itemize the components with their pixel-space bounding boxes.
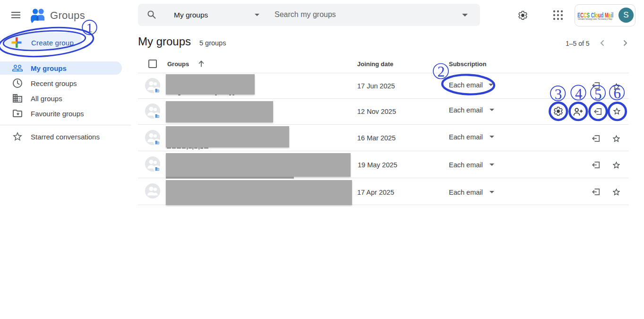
svg-text:4: 4 (575, 86, 583, 102)
svg-text:3: 3 (555, 86, 562, 103)
svg-text:2: 2 (438, 63, 445, 80)
svg-text:1: 1 (86, 20, 93, 35)
